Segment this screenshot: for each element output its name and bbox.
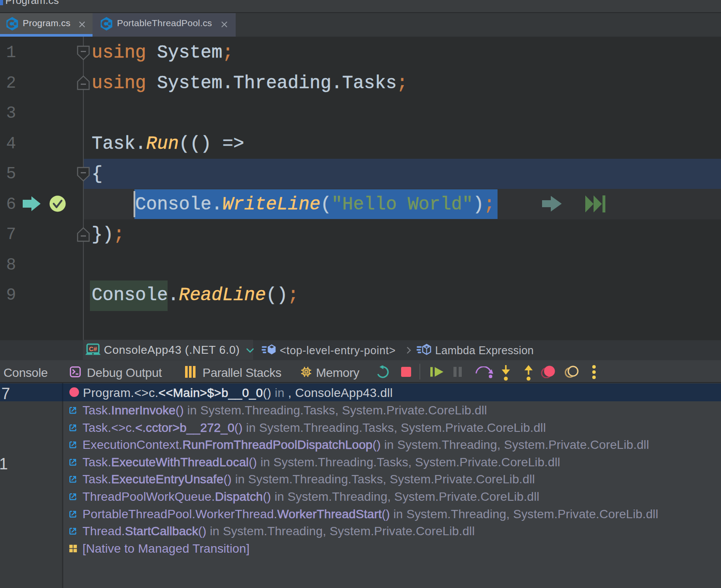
svg-text:C#: C#	[89, 345, 97, 352]
